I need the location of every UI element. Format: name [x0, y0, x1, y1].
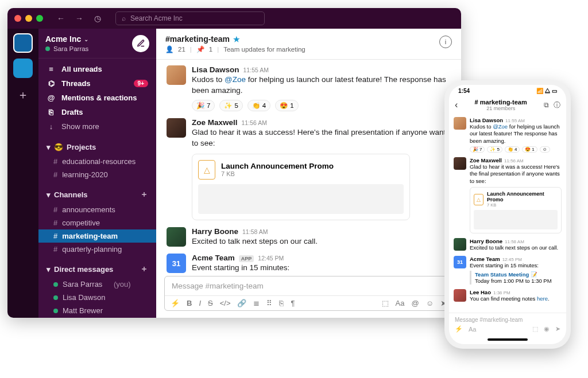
codeblock-button[interactable]: ¶	[291, 299, 295, 307]
camera-button[interactable]: ◉	[544, 325, 550, 333]
workspace-header[interactable]: Acme Inc ⌄ Sara Parras	[38, 29, 156, 59]
nav-mentions[interactable]: @Mentions & reactions	[38, 91, 156, 105]
mobile-channel-name[interactable]: # marketing-team	[462, 99, 539, 106]
reaction[interactable]: ✨5	[219, 100, 242, 111]
channel-learning-2020[interactable]: #learning-2020	[38, 168, 156, 181]
mention-button[interactable]: @	[412, 299, 419, 307]
avatar[interactable]	[454, 117, 466, 130]
strike-button[interactable]: S	[208, 299, 213, 307]
avatar[interactable]: 31	[167, 254, 186, 273]
back-button[interactable]: ‹	[455, 100, 458, 110]
channel-details-button[interactable]: ⓘ	[554, 100, 560, 110]
history-button[interactable]: ◷	[91, 12, 104, 25]
channel-educational-resources[interactable]: #educational-resources	[38, 155, 156, 168]
nav-drafts[interactable]: ⎘Drafts	[38, 105, 156, 119]
channel-quarterly-planning[interactable]: #quarterly-planning	[38, 243, 156, 256]
section-dms-header[interactable]: ▾ Direct messages ＋	[38, 260, 156, 278]
pin-count: 1	[209, 46, 212, 53]
channel-marketing-team[interactable]: #marketing-team	[38, 229, 156, 243]
attach-button[interactable]: ⬚	[532, 325, 538, 333]
reaction[interactable]: 😍1	[522, 146, 537, 153]
attach-button[interactable]: ⬚	[382, 299, 389, 307]
avatar[interactable]: 31	[454, 256, 466, 268]
mention[interactable]: @Zoe	[225, 75, 246, 84]
dm-lisa-dawson[interactable]: Lisa Dawson	[38, 291, 156, 304]
timestamp: 11:55 AM	[243, 67, 269, 73]
star-icon[interactable]: ★	[233, 35, 240, 44]
reaction[interactable]: 🎉7	[192, 100, 215, 111]
message-list: Lisa Dawson11:55 AM Kudos to @Zoe for he…	[156, 60, 461, 276]
emoji-button[interactable]: ☺	[426, 299, 434, 307]
avatar[interactable]	[454, 238, 466, 251]
workspace-switcher-item[interactable]	[13, 59, 33, 78]
section-projects-header[interactable]: ▾ 😎 Projects	[38, 139, 156, 155]
reaction[interactable]: 😍1	[275, 100, 298, 111]
bullet-list-button[interactable]: ⠿	[266, 299, 272, 307]
avatar[interactable]	[454, 157, 466, 170]
nav-show-more[interactable]: ↓Show more	[38, 119, 156, 134]
code-button[interactable]: </>	[220, 299, 231, 307]
section-projects: ▾ 😎 Projects #educational-resources #lea…	[38, 137, 156, 184]
presence-indicator	[45, 46, 50, 51]
ordered-list-button[interactable]: ≣	[253, 299, 260, 307]
reaction[interactable]: 🎉7	[470, 146, 485, 153]
message: Lisa Dawson11:55 AM Kudos to @Zoe for he…	[162, 62, 455, 115]
message: 31 Acme TeamAPP12:45 PM Event starting i…	[162, 250, 455, 276]
reaction[interactable]: 👏4	[247, 100, 270, 111]
search-input[interactable]: ⌕ Search Acme Inc	[115, 11, 265, 25]
channel-announcements[interactable]: #announcements	[38, 203, 156, 216]
history-forward-button[interactable]: →	[73, 12, 86, 25]
nav-threads[interactable]: ⌬Threads9+	[38, 76, 156, 91]
mobile-message-input[interactable]: Message #marketing-team	[455, 317, 560, 323]
author[interactable]: Lisa Dawson	[192, 65, 239, 74]
channel-details-button[interactable]: i	[439, 36, 452, 48]
author[interactable]: Harry Boone	[192, 227, 238, 236]
file-attachment[interactable]: △Launch Announcement Promo7 KB	[470, 187, 562, 233]
message-input[interactable]: Message #marketing-team	[165, 276, 452, 295]
threads-icon: ⌬	[47, 79, 56, 88]
mobile-header: ‹ # marketing-team 21 members ⧉ ⓘ	[449, 96, 566, 114]
minimize-window-button[interactable]	[25, 15, 32, 22]
dm-matt-brewer[interactable]: Matt Brewer	[38, 304, 156, 317]
bold-button[interactable]: B	[187, 299, 192, 307]
avatar[interactable]	[167, 65, 186, 85]
add-workspace-button[interactable]: ＋	[17, 87, 29, 103]
add-channel-button[interactable]: ＋	[140, 189, 148, 200]
reaction[interactable]: ✨5	[487, 146, 502, 153]
add-dm-button[interactable]: ＋	[140, 264, 148, 274]
format-button[interactable]: Aa	[469, 326, 476, 333]
format-button[interactable]: Aa	[396, 299, 405, 307]
shortcuts-icon[interactable]: ⚡	[171, 299, 180, 307]
compose-button[interactable]	[132, 35, 149, 52]
italic-button[interactable]: I	[199, 299, 201, 307]
dm-sara-parras[interactable]: Sara Parras (you)	[38, 278, 156, 291]
app-badge: APP	[239, 255, 254, 262]
channel-competitive[interactable]: #competitive	[38, 216, 156, 229]
workspace-switcher-active[interactable]	[13, 33, 33, 53]
shortcuts-icon[interactable]: ⚡	[455, 325, 463, 333]
avatar[interactable]	[167, 118, 186, 138]
calendar-event[interactable]: Team Status Meeting 📝 Today from 1:00 PM…	[470, 271, 562, 285]
maximize-window-button[interactable]	[36, 15, 43, 22]
send-button[interactable]: ➤	[555, 325, 560, 333]
blockquote-button[interactable]: ⎘	[279, 299, 284, 307]
timestamp: 12:45 PM	[258, 255, 284, 262]
reaction[interactable]: 👏4	[505, 146, 520, 153]
home-indicator[interactable]	[488, 338, 528, 341]
current-user: Sara Parras	[53, 45, 88, 52]
add-reaction-button[interactable]: ☺	[540, 146, 550, 153]
avatar[interactable]	[167, 227, 186, 247]
nav-all-unreads[interactable]: ≡All unreads	[38, 62, 156, 76]
author[interactable]: Zoe Maxwell	[192, 118, 238, 127]
mobile-composer: Message #marketing-team ⚡ Aa ⬚ ◉ ➤	[449, 313, 566, 336]
close-window-button[interactable]	[14, 15, 21, 22]
history-back-button[interactable]: ←	[55, 12, 67, 25]
author[interactable]: Acme Team	[192, 254, 235, 262]
presence-dot	[53, 309, 58, 313]
avatar[interactable]	[454, 289, 466, 302]
link-button[interactable]: 🔗	[237, 299, 246, 307]
file-attachment[interactable]: △ Launch Announcement Promo 7 KB	[192, 154, 410, 220]
search-icon[interactable]: ⧉	[544, 101, 549, 109]
section-channels-header[interactable]: ▾ Channels ＋	[38, 186, 156, 203]
channel-title[interactable]: #marketing-team ★	[165, 34, 305, 44]
